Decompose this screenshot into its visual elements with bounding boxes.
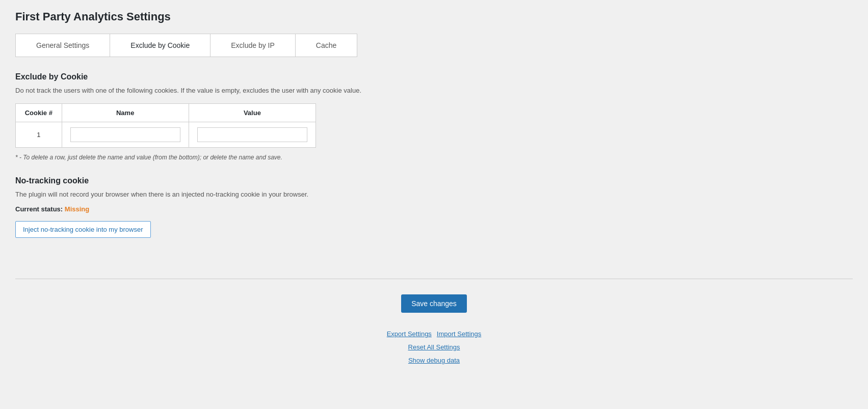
no-tracking-description: The plugin will not record your browser …: [15, 190, 853, 198]
cookie-name-cell: [62, 122, 189, 148]
cookie-value-input[interactable]: [197, 127, 307, 142]
page-title: First Party Analytics Settings: [15, 10, 853, 23]
delete-note: * - To delete a row, just delete the nam…: [15, 154, 853, 161]
content-area: Exclude by Cookie Do not track the users…: [15, 72, 853, 248]
cookie-value-cell: [189, 122, 315, 148]
table-row: 1: [16, 122, 316, 148]
exclude-cookie-title: Exclude by Cookie: [15, 72, 853, 81]
debug-data-wrapper: Show debug data: [15, 356, 853, 364]
exclude-cookie-description: Do not track the users with one of the f…: [15, 87, 853, 94]
col-header-cookie-num: Cookie #: [16, 104, 62, 122]
reset-settings-wrapper: Reset All Settings: [15, 343, 853, 351]
export-settings-link[interactable]: Export Settings: [387, 330, 432, 338]
footer-area: Save changes Export Settings Import Sett…: [15, 279, 853, 364]
import-settings-link[interactable]: Import Settings: [437, 330, 481, 338]
no-tracking-section: No-tracking cookie The plugin will not r…: [15, 176, 853, 238]
tab-cache[interactable]: Cache: [296, 34, 357, 57]
cookie-num-cell: 1: [16, 122, 62, 148]
current-status-row: Current status: Missing: [15, 205, 853, 213]
tab-exclude-ip[interactable]: Exclude by IP: [211, 34, 296, 57]
tab-exclude-cookie[interactable]: Exclude by Cookie: [110, 34, 211, 57]
col-header-value: Value: [189, 104, 315, 122]
tab-general-settings[interactable]: General Settings: [16, 34, 110, 57]
current-status-label: Current status:: [15, 205, 63, 213]
inject-cookie-button[interactable]: Inject no-tracking cookie into my browse…: [15, 221, 151, 238]
show-debug-link[interactable]: Show debug data: [408, 357, 460, 364]
save-changes-button[interactable]: Save changes: [401, 294, 467, 313]
col-header-name: Name: [62, 104, 189, 122]
current-status-value: Missing: [65, 205, 89, 213]
reset-settings-link[interactable]: Reset All Settings: [408, 343, 460, 351]
cookie-table: Cookie # Name Value 1: [15, 103, 316, 148]
page-wrapper: First Party Analytics Settings General S…: [0, 0, 868, 409]
exclude-cookie-section: Exclude by Cookie Do not track the users…: [15, 72, 853, 161]
no-tracking-title: No-tracking cookie: [15, 176, 853, 185]
tabs-nav: General Settings Exclude by Cookie Exclu…: [15, 34, 357, 57]
footer-links: Export Settings Import Settings: [15, 330, 853, 338]
cookie-name-input[interactable]: [70, 127, 180, 142]
